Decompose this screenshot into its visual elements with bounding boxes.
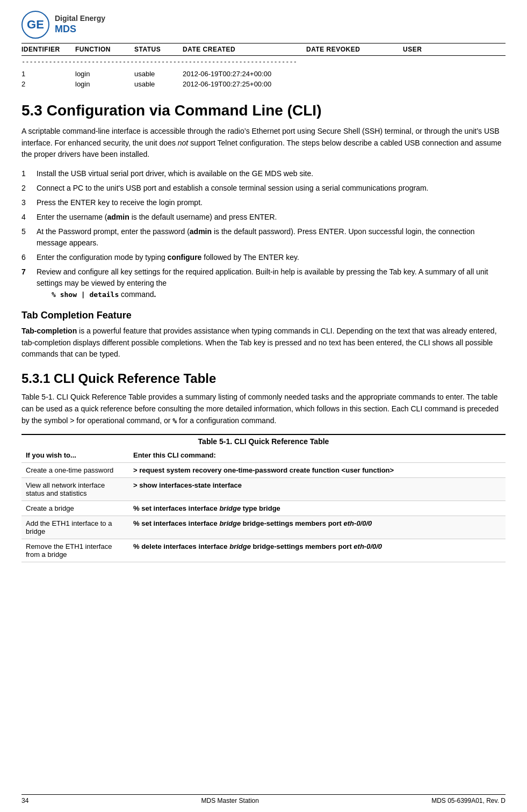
list-item: 7 Review and configure all key settings … <box>21 266 506 300</box>
tab-completion-para: Tab-completion is a powerful feature tha… <box>21 325 506 360</box>
table-cell-command: % set interfaces interface bridge type b… <box>129 501 506 516</box>
table-caption: Table 5-1. CLI Quick Reference Table <box>21 434 506 446</box>
logo-line2: MDS <box>55 23 105 35</box>
col-header-date-revoked: DATE REVOKED <box>306 46 403 53</box>
list-item: 4 Enter the username (admin is the defau… <box>21 212 506 223</box>
page-footer: 34 MDS Master Station MDS 05-6399A01, Re… <box>21 794 506 804</box>
table-row: 1 login usable 2012-06-19T00:27:24+00:00 <box>21 69 506 79</box>
table-col-header-command: Enter this CLI command: <box>129 448 506 463</box>
show-command: % show | details command. <box>52 290 156 299</box>
list-item: 5 At the Password prompt, enter the pass… <box>21 226 506 249</box>
table-cell-command: > show interfaces-state interface <box>129 478 506 501</box>
table-column-headers: IDENTIFIER FUNCTION STATUS DATE CREATED … <box>21 43 506 56</box>
row1-status: usable <box>134 70 183 78</box>
bold-admin-4: admin <box>107 213 129 221</box>
table-row: Create a one-time password > request sys… <box>21 463 506 478</box>
col-header-date-created: DATE CREATED <box>183 46 306 53</box>
list-item: 3 Press the ENTER key to receive the log… <box>21 197 506 208</box>
row2-id: 2 <box>21 80 75 88</box>
bold-configure: configure <box>168 253 202 262</box>
table-cell-wish: Remove the ETH1 interface from a bridge <box>21 539 129 562</box>
section-53-title: 5.3 Configuration via Command Line (CLI) <box>21 102 506 119</box>
table-cell-command: > request system recovery one-time-passw… <box>129 463 506 478</box>
logo-text: Digital Energy MDS <box>55 13 105 36</box>
table-cell-wish: View all network interface status and st… <box>21 478 129 501</box>
table-row: Create a bridge % set interfaces interfa… <box>21 501 506 516</box>
bold-admin-5: admin <box>190 227 212 236</box>
logo-area: GE Digital Energy MDS <box>21 11 105 39</box>
table-row: 2 login usable 2012-06-19T00:27:25+00:00 <box>21 79 506 89</box>
section-531-intro: Table 5-1. CLI Quick Reference Table pro… <box>21 392 506 426</box>
tab-completion-title: Tab Completion Feature <box>21 310 506 321</box>
table-row: View all network interface status and st… <box>21 478 506 501</box>
table-cell-command: % set interfaces interface bridge bridge… <box>129 516 506 539</box>
row1-date-created: 2012-06-19T00:27:24+00:00 <box>183 70 306 78</box>
cli-quick-reference-table: If you wish to... Enter this CLI command… <box>21 448 506 562</box>
not-emphasis: not <box>178 139 188 147</box>
ge-logo-icon: GE <box>21 11 49 39</box>
row2-status: usable <box>134 80 183 88</box>
row1-function: login <box>75 70 134 78</box>
section-531-title: 5.3.1 CLI Quick Reference Table <box>21 371 506 386</box>
svg-text:GE: GE <box>27 18 44 31</box>
col-header-identifier: IDENTIFIER <box>21 46 75 53</box>
page-header: GE Digital Energy MDS <box>21 11 506 39</box>
list-item: 2 Connect a PC to the unit's USB port an… <box>21 183 506 194</box>
col-header-status: STATUS <box>134 46 183 53</box>
row2-function: login <box>75 80 134 88</box>
table-row: Remove the ETH1 interface from a bridge … <box>21 539 506 562</box>
table-cell-wish: Create a one-time password <box>21 463 129 478</box>
row2-date-created: 2012-06-19T00:27:25+00:00 <box>183 80 306 88</box>
section-53-intro: A scriptable command-line interface is a… <box>21 126 506 161</box>
tab-completion-bold: Tab-completion <box>21 327 77 335</box>
table-row: Add the ETH1 interface to a bridge % set… <box>21 516 506 539</box>
footer-center: MDS Master Station <box>201 797 259 804</box>
table-cell-wish: Create a bridge <box>21 501 129 516</box>
list-item: 6 Enter the configuration mode by typing… <box>21 252 506 263</box>
table-cell-command: % delete interfaces interface bridge bri… <box>129 539 506 562</box>
separator-dashes: ----------------------------------------… <box>21 58 506 66</box>
logo-line1: Digital Energy <box>55 13 105 23</box>
list-item: 1 Install the USB virtual serial port dr… <box>21 168 506 179</box>
table-col-header-wish: If you wish to... <box>21 448 129 463</box>
row1-id: 1 <box>21 70 75 78</box>
footer-page-num: 34 <box>21 797 28 804</box>
footer-right: MDS 05-6399A01, Rev. D <box>431 797 506 804</box>
col-header-function: FUNCTION <box>75 46 134 53</box>
steps-list: 1 Install the USB virtual serial port dr… <box>21 168 506 300</box>
table-cell-wish: Add the ETH1 interface to a bridge <box>21 516 129 539</box>
col-header-user: USER <box>403 46 457 53</box>
